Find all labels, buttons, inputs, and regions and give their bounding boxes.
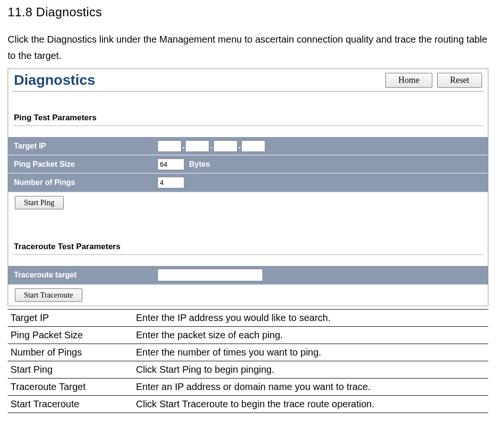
target-ip-octet-1[interactable] [158, 140, 181, 152]
start-traceroute-button[interactable]: Start Traceroute [15, 288, 82, 302]
desc-text: Click Start Traceroute to begin the trac… [133, 396, 488, 413]
descriptions-table: Target IP Enter the IP address you would… [8, 309, 488, 413]
table-row: Target IP Enter the IP address you would… [8, 310, 488, 327]
traceroute-target-input[interactable] [158, 269, 263, 281]
num-pings-row: Number of Pings [8, 173, 488, 191]
num-pings-label: Number of Pings [8, 174, 158, 191]
desc-term: Number of Pings [8, 344, 133, 361]
ip-dot: . [182, 142, 184, 150]
ping-packet-size-label: Ping Packet Size [8, 156, 158, 172]
ping-packet-size-row: Ping Packet Size Bytes [8, 155, 488, 173]
table-row: Traceroute Target Enter an IP address or… [8, 379, 488, 396]
desc-text: Enter an IP address or domain name you w… [133, 379, 488, 396]
row-bottom-bar [8, 191, 488, 192]
ip-dot: . [210, 142, 212, 150]
num-pings-controls [158, 175, 184, 190]
start-ping-button[interactable]: Start Ping [15, 196, 64, 209]
panel-title: Diagnostics [14, 72, 95, 88]
table-row: Ping Packet Size Enter the packet size o… [8, 327, 488, 344]
ping-packet-size-unit: Bytes [185, 160, 210, 169]
desc-term: Start Ping [8, 361, 133, 379]
desc-text: Enter the number of times you want to pi… [133, 344, 488, 361]
traceroute-section-label: Traceroute Test Parameters [8, 233, 488, 254]
table-row: Start Traceroute Click Start Traceroute … [8, 396, 488, 413]
desc-text: Click Start Ping to begin pinging. [133, 361, 488, 379]
panel-header: Diagnostics Home Reset [8, 69, 488, 90]
desc-term: Ping Packet Size [8, 327, 133, 344]
desc-term: Target IP [8, 310, 133, 327]
traceroute-target-controls [158, 267, 263, 283]
section-heading: 11.8 Diagnostics [8, 5, 488, 20]
desc-term: Start Traceroute [8, 396, 133, 413]
desc-text: Enter the packet size of each ping. [133, 327, 488, 344]
desc-text: Enter the IP address you would like to s… [133, 310, 488, 327]
ping-packet-size-input[interactable] [158, 159, 184, 170]
ping-section-label: Ping Test Parameters [8, 104, 488, 126]
target-ip-controls: . . . [158, 138, 265, 154]
ip-dot: . [238, 142, 240, 150]
table-row: Start Ping Click Start Ping to begin pin… [8, 361, 488, 379]
home-button[interactable]: Home [385, 73, 432, 88]
traceroute-target-row: Traceroute target [8, 265, 488, 284]
row-bottom-bar [8, 284, 488, 285]
target-ip-octet-2[interactable] [185, 140, 209, 152]
reset-button[interactable]: Reset [437, 73, 482, 88]
target-ip-octet-4[interactable] [241, 140, 265, 152]
num-pings-input[interactable] [158, 177, 184, 188]
ping-packet-size-controls: Bytes [158, 157, 210, 172]
intro-text: Click the Diagnostics link under the Man… [8, 31, 488, 64]
desc-term: Traceroute Target [8, 379, 133, 396]
target-ip-row: Target IP . . . [8, 137, 488, 155]
panel-nav-buttons: Home Reset [385, 73, 482, 88]
target-ip-octet-3[interactable] [214, 140, 237, 152]
table-row: Number of Pings Enter the number of time… [8, 344, 488, 361]
diagnostics-panel: Diagnostics Home Reset Ping Test Paramet… [8, 69, 488, 306]
target-ip-label: Target IP [8, 138, 158, 154]
traceroute-target-label: Traceroute target [8, 267, 158, 283]
